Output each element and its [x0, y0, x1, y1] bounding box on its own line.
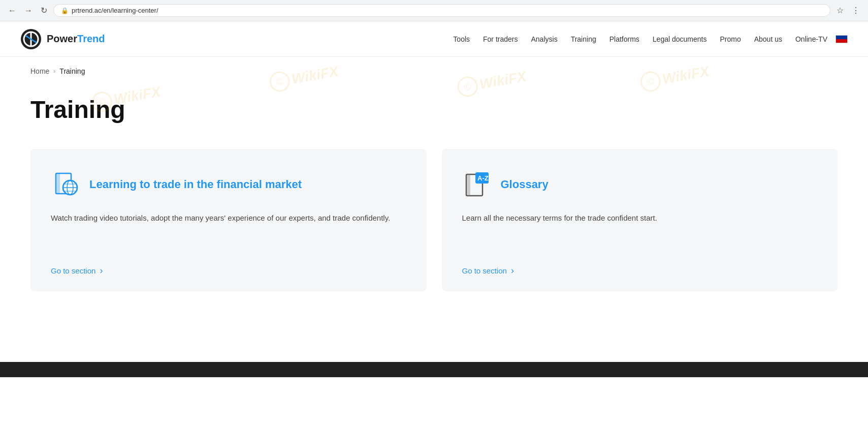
site-header: PowerTrend Tools For traders Analysis Tr…: [0, 21, 868, 57]
nav-analysis[interactable]: Analysis: [526, 31, 563, 47]
glossary-card-icon-area: A-Z Glossary: [462, 169, 818, 200]
language-flag[interactable]: [835, 35, 848, 43]
main-content: ©WikiFX ©WikiFX ©WikiFX ©WikiFX ©WikiFX …: [0, 57, 868, 362]
nav-online-tv[interactable]: Online-TV: [790, 31, 832, 47]
logo-text: PowerTrend: [47, 33, 105, 45]
main-nav: Tools For traders Analysis Training Plat…: [448, 31, 848, 47]
nav-promo[interactable]: Promo: [715, 31, 746, 47]
svg-rect-13: [467, 174, 470, 196]
forward-button[interactable]: →: [22, 4, 35, 17]
learning-arrow-icon: ›: [100, 265, 103, 276]
nav-platforms[interactable]: Platforms: [604, 31, 645, 47]
reload-button[interactable]: ↻: [39, 4, 49, 17]
nav-legal-documents[interactable]: Legal documents: [648, 31, 712, 47]
learning-card-icon-area: Learning to trade in the financial marke…: [51, 169, 406, 200]
breadcrumb-separator: ›: [53, 68, 55, 75]
learning-card-description: Watch trading video tutorials, adopt the…: [51, 212, 406, 250]
learning-card: Learning to trade in the financial marke…: [30, 149, 427, 291]
nav-training[interactable]: Training: [566, 31, 601, 47]
breadcrumb-home[interactable]: Home: [30, 67, 49, 75]
learning-card-title: Learning to trade in the financial marke…: [89, 177, 302, 192]
glossary-card: A-Z Glossary Learn all the necessary ter…: [442, 149, 838, 291]
cards-grid: Learning to trade in the financial marke…: [30, 149, 838, 291]
browser-chrome: ← → ↻ 🔒 prtrend.ac/en/learning-center/ ☆…: [0, 0, 868, 21]
browser-actions: ☆ ⋮: [834, 4, 862, 17]
logo[interactable]: PowerTrend: [20, 28, 105, 50]
more-button[interactable]: ⋮: [850, 4, 862, 17]
glossary-go-to-section[interactable]: Go to section ›: [462, 265, 818, 276]
glossary-go-to-section-label: Go to section: [462, 266, 507, 275]
svg-rect-5: [57, 173, 60, 194]
learning-go-to-section-label: Go to section: [51, 266, 95, 275]
glossary-arrow-icon: ›: [511, 265, 514, 276]
learning-go-to-section[interactable]: Go to section ›: [51, 265, 406, 276]
address-bar[interactable]: 🔒 prtrend.ac/en/learning-center/: [53, 4, 830, 17]
nav-for-traders[interactable]: For traders: [478, 31, 523, 47]
glossary-card-title: Glossary: [501, 177, 549, 192]
breadcrumb: Home › Training: [30, 67, 838, 75]
footer-bar: [0, 362, 868, 377]
learning-icon: [51, 169, 81, 200]
url-text: prtrend.ac/en/learning-center/: [72, 7, 158, 14]
logo-icon: [20, 28, 42, 50]
bookmark-button[interactable]: ☆: [834, 4, 846, 17]
back-button[interactable]: ←: [6, 4, 18, 17]
glossary-icon: A-Z: [462, 169, 493, 200]
nav-about-us[interactable]: About us: [749, 31, 787, 47]
breadcrumb-current: Training: [59, 67, 85, 75]
glossary-card-description: Learn all the necessary terms for the tr…: [462, 212, 818, 250]
page-title: Training: [30, 96, 838, 124]
lock-icon: 🔒: [61, 7, 69, 14]
nav-tools[interactable]: Tools: [448, 31, 475, 47]
svg-text:A-Z: A-Z: [477, 174, 489, 182]
